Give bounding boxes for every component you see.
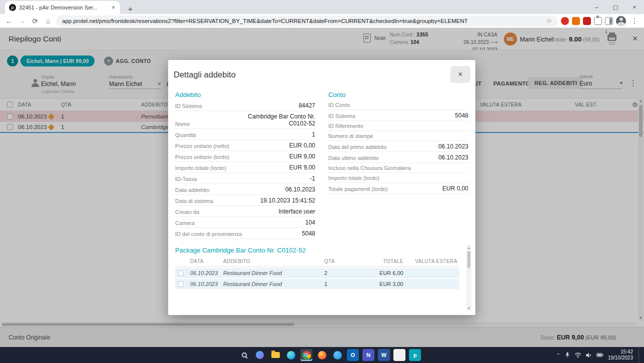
detail-field-row: Data del primo addebito06.10.2023 [328, 141, 468, 152]
extension-icon-1[interactable] [561, 17, 569, 25]
scroll-down-icon[interactable]: ▼ [467, 306, 470, 311]
field-label: ID Sistema [328, 113, 355, 119]
refresh-icon[interactable]: ⟳ [30, 17, 40, 25]
row-checkbox[interactable] [178, 282, 184, 287]
package-row[interactable]: 06.10.2023 Restaurant Dinner Food 2 EUR … [175, 268, 459, 278]
extension-icon-3[interactable] [583, 17, 591, 25]
field-value: 104 [305, 219, 315, 226]
side-panel-icon[interactable] [605, 17, 613, 25]
field-label: Camera [175, 220, 195, 226]
field-value: EUR 9,00 [289, 164, 315, 171]
pkg-row-qty: 1 [324, 281, 355, 287]
chrome-browser-icon[interactable] [300, 349, 312, 361]
address-bar[interactable]: app.protel.net/pms/frontdesk/reservation… [56, 16, 558, 26]
field-value: EUR 0,00 [289, 142, 315, 149]
row-checkbox[interactable] [178, 270, 184, 276]
detail-field-row: Data ultimo addebito06.10.2023 [328, 152, 468, 163]
pkg-column-qta: QTA [324, 258, 355, 264]
browser-tab[interactable]: p 32451 - pAir Demoversion Ser... × [5, 1, 120, 14]
browser-url-bar: ← → ⟳ ⌂ app.protel.net/pms/frontdesk/res… [0, 14, 644, 28]
field-label: Data ultimo addebito [328, 155, 379, 161]
browser-menu-icon[interactable]: ⋮ [629, 17, 640, 25]
scroll-up-icon[interactable]: ▲ [467, 245, 470, 250]
window-maximize-button[interactable]: ▢ [606, 0, 625, 14]
detail-field-row: Prezzo unitario (lordo)EUR 9,00 [175, 151, 315, 162]
pkg-row-total: EUR 6,00 [355, 270, 405, 276]
field-label: ID Sistema [175, 103, 202, 109]
field-label: Totale pagamenti (lordo) [328, 186, 388, 192]
pkg-row-name: Restaurant Dinner Food [223, 270, 324, 276]
pkg-column-totale: TOTALE [355, 258, 405, 264]
field-value: 06.10.2023 [285, 186, 315, 193]
screen: p 32451 - pAir Demoversion Ser... × + – … [0, 0, 644, 363]
thunderbird-icon[interactable] [331, 349, 343, 361]
firefox-browser-icon[interactable] [316, 349, 328, 361]
new-tab-button[interactable]: + [125, 4, 136, 14]
detail-field-row: Prezzo unitario (netto)EUR 0,00 [175, 140, 315, 151]
pkg-row-date: 06.10.2023 [190, 270, 223, 276]
field-label: ID Riferimento [328, 123, 363, 129]
copilot-icon[interactable] [254, 349, 266, 361]
detail-field-row: ID del conto di provenienza5048 [175, 228, 315, 239]
field-value: 06.10.2023 [438, 154, 468, 161]
field-label: Creato da [175, 209, 199, 215]
extensions-puzzle-icon[interactable] [594, 17, 602, 25]
tray-chevron-up-icon[interactable]: ⌃ [556, 352, 560, 358]
pkg-row-qty: 2 [324, 270, 355, 276]
pkg-row-date: 06.10.2023 [190, 281, 223, 287]
field-label: ID Conto [328, 102, 350, 108]
search-icon[interactable] [238, 349, 250, 361]
field-label: Prezzo unitario (netto) [175, 143, 229, 149]
outlook-icon[interactable]: O [347, 349, 359, 361]
package-table-header: DATA ADDEBITO QTA TOTALE VALUTA ESTERA [175, 258, 459, 267]
package-title: Package Cambridge Bar Conto Nr. C0102-52 [175, 246, 470, 254]
field-value: 84427 [299, 102, 315, 109]
home-icon[interactable]: ⌂ [43, 17, 53, 25]
browser-tab-bar: p 32451 - pAir Demoversion Ser... × + – … [0, 0, 644, 14]
modal-close-button[interactable]: × [450, 66, 470, 83]
package-scrollbar[interactable]: ▲ ▼ [466, 245, 471, 311]
detail-field-row: ID Riferimento [328, 121, 468, 131]
edge-browser-icon[interactable] [285, 349, 297, 361]
package-table: DATA ADDEBITO QTA TOTALE VALUTA ESTERA 0… [175, 258, 459, 289]
bookmark-star-icon[interactable]: ☆ [546, 17, 552, 24]
field-label: Importo totale (lordo) [175, 165, 226, 171]
field-value: EUR 0,00 [442, 185, 468, 192]
word-icon[interactable]: W [378, 349, 390, 361]
taskbar-clock[interactable]: 15:42 19/10/2023 [608, 349, 633, 361]
field-label: Incluso nella Chiusura Giornaliera [328, 165, 411, 171]
back-icon[interactable]: ← [4, 17, 14, 25]
tab-close-icon[interactable]: × [111, 4, 116, 11]
url-text[interactable]: app.protel.net/pms/frontdesk/reservation… [62, 18, 542, 24]
microphone-icon[interactable] [565, 352, 570, 358]
taskbar-date: 19/10/2023 [608, 355, 633, 361]
detail-field-row: Importo totale (lordo) [328, 173, 468, 183]
browser-profile-avatar[interactable] [616, 16, 626, 26]
pkg-row-name: Restaurant Dinner Food [223, 281, 324, 287]
detail-field-row: Creato daInterface user [175, 206, 315, 217]
scrollbar-thumb[interactable] [467, 251, 470, 268]
taskbar-time: 15:42 [608, 349, 633, 355]
window-close-button[interactable]: × [625, 0, 644, 14]
pkg-column-addebito: ADDEBITO [223, 258, 324, 264]
show-desktop-strip[interactable] [638, 347, 640, 363]
detail-field-row: Camera104 [175, 217, 315, 228]
window-minimize-button[interactable]: – [587, 0, 606, 14]
detail-field-row: ID Sistema84427 [175, 100, 315, 111]
wifi-icon[interactable] [574, 352, 581, 358]
volume-icon[interactable] [586, 352, 592, 358]
field-label: Data di sistema [175, 198, 213, 204]
package-row[interactable]: 06.10.2023 Restaurant Dinner Food 1 EUR … [175, 279, 459, 289]
start-menu-button[interactable] [223, 349, 235, 361]
forward-icon[interactable]: → [17, 17, 27, 25]
app-icon[interactable] [393, 349, 405, 361]
window-controls: – ▢ × [587, 0, 644, 14]
extension-icon-2[interactable] [572, 17, 580, 25]
field-value: Interface user [279, 208, 315, 215]
teams-icon[interactable]: N [362, 349, 374, 361]
battery-icon[interactable] [596, 353, 603, 357]
detail-field-row: Numero di stampe [328, 131, 468, 141]
protel-app-icon[interactable]: p [409, 349, 421, 361]
charge-details-modal: Dettagli addebito × Addebito ID Sistema8… [168, 60, 475, 315]
file-explorer-icon[interactable] [269, 349, 281, 361]
